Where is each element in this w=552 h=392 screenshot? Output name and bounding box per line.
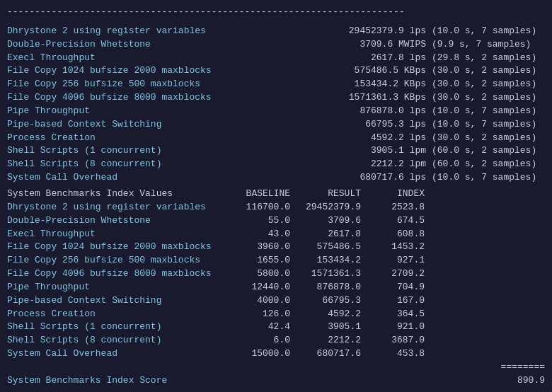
bench-name: Shell Scripts (8 concurrent) [7, 158, 226, 171]
index-row: Shell Scripts (8 concurrent)6.02212.2368… [7, 334, 545, 347]
bench-name: System Call Overhead [7, 171, 226, 185]
index-row: File Copy 256 bufsize 500 maxblocks1655.… [7, 254, 545, 267]
bench-samples: (10.0 s, 7 samples) [432, 171, 545, 185]
index-row-index: 674.5 [368, 214, 425, 228]
score-label: System Benchmarks Index Score [7, 374, 226, 388]
bench-samples: (60.0 s, 2 samples) [432, 144, 545, 158]
benchmark-row: File Copy 4096 bufsize 8000 maxblocks157… [7, 91, 545, 105]
index-row-name: Execl Throughput [7, 228, 226, 241]
index-row: System Call Overhead15000.0680717.6453.8 [7, 347, 545, 361]
index-row: File Copy 4096 bufsize 8000 maxblocks580… [7, 267, 545, 281]
index-row-result: 153434.2 [297, 254, 368, 267]
index-row-name: File Copy 4096 bufsize 8000 maxblocks [7, 267, 226, 281]
index-row-name: Shell Scripts (1 concurrent) [7, 321, 226, 334]
bench-name: Shell Scripts (1 concurrent) [7, 144, 226, 158]
index-row-baseline: 5800.0 [226, 267, 297, 281]
index-row-result: 876878.0 [297, 281, 368, 294]
index-row-result: 2212.2 [297, 334, 368, 347]
index-row-index: 453.8 [368, 347, 425, 361]
index-row: Pipe Throughput12440.0876878.0704.9 [7, 281, 545, 294]
index-row: Process Creation126.04592.2364.5 [7, 308, 545, 321]
index-row-name: Shell Scripts (8 concurrent) [7, 334, 226, 347]
bench-score: 4592.2 lps [226, 132, 432, 145]
index-header-result: RESULT [297, 188, 368, 201]
top-divider: ----------------------------------------… [7, 6, 545, 19]
index-section: System Benchmarks Index ValuesBASELINERE… [7, 188, 545, 361]
index-row-baseline: 15000.0 [226, 347, 297, 361]
index-row-index: 364.5 [368, 308, 425, 321]
index-header-label: System Benchmarks Index Values [7, 188, 226, 201]
bench-name: Dhrystone 2 using register variables [7, 25, 226, 38]
index-row-baseline: 42.4 [226, 321, 297, 334]
index-row-index: 608.8 [368, 228, 425, 241]
bench-score: 2617.8 lps [226, 52, 432, 65]
equals-line: ======== [7, 361, 545, 374]
index-row: Double-Precision Whetstone55.03709.6674.… [7, 214, 545, 228]
bottom-divider: ----------------------------------------… [7, 388, 545, 392]
bench-samples: (10.0 s, 7 samples) [432, 118, 545, 132]
index-row: Shell Scripts (1 concurrent)42.43905.192… [7, 321, 545, 334]
index-row-result: 2617.8 [297, 228, 368, 241]
index-row-result: 575486.5 [297, 241, 368, 254]
index-row-index: 2709.2 [368, 267, 425, 281]
bench-samples: (30.0 s, 2 samples) [432, 91, 545, 105]
bench-score: 29452379.9 lps [226, 25, 432, 38]
bench-name: Pipe-based Context Switching [7, 118, 226, 132]
bench-name: Double-Precision Whetstone [7, 38, 226, 52]
index-row-name: Dhrystone 2 using register variables [7, 201, 226, 214]
index-row-baseline: 1655.0 [226, 254, 297, 267]
bench-name: Pipe Throughput [7, 105, 226, 118]
terminal-output: ----------------------------------------… [7, 6, 545, 386]
bench-score: 2212.2 lpm [226, 158, 432, 171]
benchmark-row: File Copy 1024 bufsize 2000 maxblocks575… [7, 64, 545, 78]
benchmark-row: Double-Precision Whetstone3709.6 MWIPS(9… [7, 38, 545, 52]
bench-name: File Copy 256 bufsize 500 maxblocks [7, 78, 226, 91]
bench-samples: (30.0 s, 2 samples) [432, 64, 545, 78]
index-row-name: Process Creation [7, 308, 226, 321]
index-row: Execl Throughput43.02617.8608.8 [7, 228, 545, 241]
index-header-index: INDEX [368, 188, 425, 201]
bench-score: 3709.6 MWIPS [226, 38, 432, 52]
index-row-name: Pipe-based Context Switching [7, 294, 226, 308]
index-row-result: 680717.6 [297, 347, 368, 361]
index-row-baseline: 4000.0 [226, 294, 297, 308]
bench-name: File Copy 1024 bufsize 2000 maxblocks [7, 64, 226, 78]
score-section: System Benchmarks Index Score890.9 [7, 374, 545, 388]
bench-score: 66795.3 lps [226, 118, 432, 132]
index-row-result: 66795.3 [297, 294, 368, 308]
bench-samples: (30.0 s, 2 samples) [432, 132, 545, 145]
benchmark-row: Shell Scripts (8 concurrent)2212.2 lpm(6… [7, 158, 545, 171]
bench-score: 876878.0 lps [226, 105, 432, 118]
index-header-baseline: BASELINE [226, 188, 297, 201]
index-row-result: 3709.6 [297, 214, 368, 228]
index-row-baseline: 43.0 [226, 228, 297, 241]
bench-samples: (9.9 s, 7 samples) [432, 38, 545, 52]
bench-score: 680717.6 lps [226, 171, 432, 185]
index-row: Pipe-based Context Switching4000.066795.… [7, 294, 545, 308]
bench-score: 1571361.3 KBps [226, 91, 432, 105]
index-row-baseline: 126.0 [226, 308, 297, 321]
index-row-name: File Copy 256 bufsize 500 maxblocks [7, 254, 226, 267]
bench-samples: (10.0 s, 7 samples) [432, 25, 545, 38]
bench-samples: (10.0 s, 7 samples) [432, 105, 545, 118]
index-row-index: 704.9 [368, 281, 425, 294]
index-row-result: 3905.1 [297, 321, 368, 334]
index-row-baseline: 3960.0 [226, 241, 297, 254]
benchmark-row: Shell Scripts (1 concurrent)3905.1 lpm(6… [7, 144, 545, 158]
index-row-index: 921.0 [368, 321, 425, 334]
index-row-index: 2523.8 [368, 201, 425, 214]
index-row-baseline: 6.0 [226, 334, 297, 347]
benchmark-row: Pipe-based Context Switching66795.3 lps(… [7, 118, 545, 132]
index-row-name: Double-Precision Whetstone [7, 214, 226, 228]
benchmark-row: System Call Overhead680717.6 lps(10.0 s,… [7, 171, 545, 185]
index-row: File Copy 1024 bufsize 2000 maxblocks396… [7, 241, 545, 254]
index-row-name: Pipe Throughput [7, 281, 226, 294]
bench-score: 153434.2 KBps [226, 78, 432, 91]
index-row-result: 29452379.9 [297, 201, 368, 214]
benchmark-list: Dhrystone 2 using register variables2945… [7, 25, 545, 185]
index-row-baseline: 55.0 [226, 214, 297, 228]
index-row-index: 167.0 [368, 294, 425, 308]
bench-name: Execl Throughput [7, 52, 226, 65]
index-row-result: 4592.2 [297, 308, 368, 321]
index-row-index: 3687.0 [368, 334, 425, 347]
